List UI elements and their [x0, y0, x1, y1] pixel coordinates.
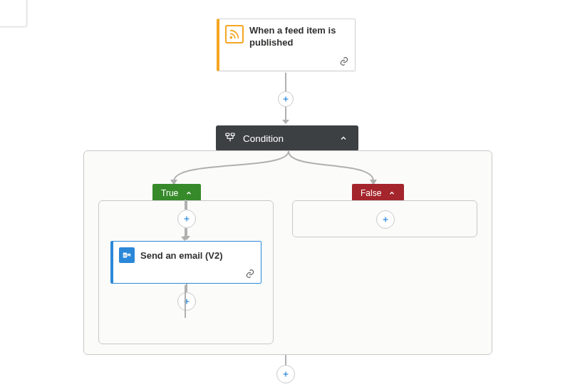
collapse-button[interactable]	[337, 132, 350, 145]
svg-text:O: O	[124, 254, 127, 257]
connector-line	[186, 201, 187, 210]
true-label: True	[161, 188, 178, 198]
condition-header[interactable]: Condition	[216, 125, 358, 151]
insert-step-button[interactable]	[276, 365, 295, 383]
add-action-button[interactable]	[177, 292, 196, 311]
svg-point-0	[230, 37, 232, 38]
svg-rect-4	[231, 133, 234, 135]
chevron-up-icon	[182, 187, 195, 200]
add-action-button[interactable]	[177, 210, 196, 228]
outlook-icon: O	[119, 247, 135, 263]
condition-icon	[224, 132, 236, 145]
arrow-icon	[282, 120, 289, 124]
rss-icon	[225, 25, 244, 43]
trigger-title: When a feed item is published	[249, 25, 348, 49]
connector-line	[285, 107, 286, 120]
arrow-icon	[183, 236, 190, 240]
trigger-card[interactable]: When a feed item is published	[217, 19, 356, 71]
false-label: False	[361, 188, 381, 198]
floating-panel-fragment	[0, 0, 27, 27]
add-action-button[interactable]	[376, 210, 395, 229]
condition-body: True False O	[83, 150, 492, 355]
connector-line	[285, 355, 286, 365]
insert-step-button[interactable]	[278, 91, 294, 107]
action-title: Send an email (V2)	[140, 250, 223, 261]
false-branch-panel	[292, 200, 477, 237]
chevron-up-icon	[385, 187, 398, 200]
action-card-send-email[interactable]: O Send an email (V2)	[110, 241, 261, 284]
flow-designer-canvas: When a feed item is published Condition	[0, 0, 570, 392]
connector-line	[285, 73, 286, 93]
connection-icon	[245, 269, 255, 280]
svg-rect-3	[226, 133, 229, 135]
true-branch-panel: O Send an email (V2)	[98, 200, 274, 344]
condition-label: Condition	[243, 133, 330, 144]
connection-icon	[339, 56, 349, 68]
